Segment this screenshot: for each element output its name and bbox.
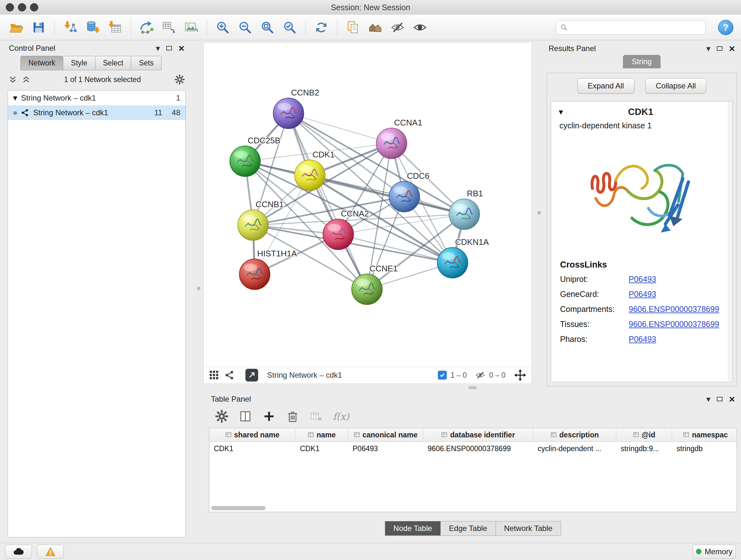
network-node-CDC6[interactable] — [389, 181, 420, 212]
float-panel-icon[interactable] — [717, 46, 723, 51]
tab-style[interactable]: Style — [63, 56, 95, 70]
column-header-name[interactable]: name — [295, 428, 348, 442]
control-panel-tabs: Network Style Select Sets — [20, 56, 189, 70]
refresh-button[interactable] — [313, 18, 330, 37]
import-table-button[interactable] — [106, 18, 124, 37]
crosslink-link[interactable]: 9606.ENSP00000378699 — [629, 320, 719, 329]
column-header-namespac[interactable]: namespac — [672, 428, 737, 442]
network-edge[interactable] — [310, 175, 464, 214]
zoom-out-button[interactable] — [237, 18, 254, 37]
crosslink-label: Uniprot: — [560, 274, 629, 284]
save-session-button[interactable] — [30, 18, 47, 37]
zoom-in-button[interactable] — [214, 18, 231, 37]
network-node-CDK1[interactable] — [294, 160, 325, 191]
column-header-canonical-name[interactable]: canonical name — [348, 428, 423, 442]
add-column-icon[interactable] — [262, 409, 276, 423]
collapse-all-button[interactable]: Collapse All — [645, 78, 706, 94]
network-from-table-button[interactable] — [160, 18, 178, 37]
memory-button[interactable]: Memory — [692, 545, 736, 559]
node-table: shared namenamecanonical namedatabase id… — [209, 428, 737, 512]
results-scrollbar[interactable] — [728, 102, 732, 381]
float-panel-icon[interactable] — [717, 397, 723, 401]
cloud-status-button[interactable] — [5, 545, 32, 559]
crosslink-label: GeneCard: — [560, 290, 629, 299]
first-neighbors-button[interactable] — [367, 18, 384, 37]
network-collection-row[interactable]: ▼ String Network – cdk1 1 — [8, 91, 185, 105]
column-header-@id[interactable]: @id — [616, 428, 672, 442]
close-panel-icon[interactable]: × — [179, 43, 185, 53]
float-panel-icon[interactable] — [166, 46, 172, 51]
open-session-button[interactable] — [8, 18, 25, 37]
table-cell: stringdb — [672, 442, 737, 455]
network-edge[interactable] — [288, 113, 392, 143]
crosslink-link[interactable]: P06493 — [629, 334, 656, 344]
share-view-icon[interactable] — [225, 370, 235, 380]
window-zoom-button[interactable] — [30, 3, 38, 11]
export-image-button[interactable] — [183, 18, 200, 37]
window-close-button[interactable] — [6, 3, 14, 11]
horizontal-splitter-handle[interactable] — [468, 386, 477, 389]
zoom-selected-button[interactable] — [281, 18, 298, 37]
column-header-description[interactable]: description — [533, 428, 616, 442]
network-canvas[interactable]: CCNB2CCNA1CDC25BCDK1CDC6RB1CCNB1CCNA2CDK… — [204, 43, 532, 367]
clone-network-button[interactable] — [344, 18, 361, 37]
table-horizontal-scrollbar[interactable] — [211, 506, 266, 510]
import-network-database-button[interactable] — [84, 18, 101, 37]
search-input[interactable] — [570, 23, 702, 32]
window-minimize-button[interactable] — [18, 3, 26, 11]
vertical-splitter-handle[interactable] — [537, 211, 541, 214]
network-node-CCNB1[interactable] — [238, 210, 268, 240]
import-network-icon — [63, 20, 77, 35]
network-node-CCNE1[interactable] — [352, 274, 382, 305]
expand-all-icon[interactable] — [22, 75, 30, 84]
crosslink-link[interactable]: 9606.ENSP00000378699 — [629, 305, 719, 314]
hide-selected-button[interactable] — [389, 18, 406, 37]
table-settings-gear-icon[interactable] — [215, 409, 229, 423]
column-header-database-identifier[interactable]: database identifier — [423, 428, 533, 442]
tab-network[interactable]: Network — [20, 56, 63, 70]
network-node-HIST1H1A[interactable] — [239, 259, 270, 290]
import-network-file-button[interactable] — [62, 18, 79, 37]
grid-view-icon[interactable] — [209, 370, 219, 381]
column-header-shared-name[interactable]: shared name — [209, 428, 295, 442]
tab-network-table[interactable]: Network Table — [496, 521, 561, 536]
tab-string-results[interactable]: String — [623, 55, 661, 68]
section-collapse-icon[interactable]: ▼ — [559, 109, 563, 115]
table-row[interactable]: CDK1CDK1P064939606.ENSP00000378699cyclin… — [209, 442, 737, 455]
panel-menu-icon[interactable]: ▾ — [156, 44, 160, 52]
close-panel-icon[interactable]: × — [729, 394, 735, 404]
expand-all-button[interactable]: Expand All — [577, 78, 634, 94]
vertical-splitter-handle[interactable] — [197, 287, 200, 290]
tree-expand-icon[interactable]: ▼ — [13, 95, 17, 101]
network-row[interactable]: ● String Network – cdk1 11 48 — [8, 105, 185, 120]
tab-select[interactable]: Select — [95, 56, 131, 70]
network-node-RB1[interactable] — [449, 199, 480, 230]
birdseye-view-button[interactable] — [246, 369, 258, 381]
show-columns-icon[interactable] — [239, 409, 253, 423]
zoom-fit-button[interactable] — [259, 18, 276, 37]
crosslink-link[interactable]: P06493 — [629, 290, 656, 299]
tab-sets[interactable]: Sets — [131, 56, 161, 70]
selected-checkbox-icon[interactable] — [438, 371, 447, 380]
network-node-CCNA2[interactable] — [323, 219, 354, 250]
gear-icon[interactable] — [174, 74, 185, 85]
warnings-button[interactable] — [37, 545, 64, 559]
panel-menu-icon[interactable]: ▾ — [706, 44, 711, 53]
network-node-CCNA1[interactable] — [376, 128, 407, 159]
show-all-button[interactable] — [411, 18, 428, 37]
panel-menu-icon[interactable]: ▾ — [706, 395, 711, 403]
network-node-CDKN1A[interactable] — [437, 247, 468, 278]
node-label-CCNA1: CCNA1 — [394, 118, 422, 127]
help-button[interactable]: ? — [718, 20, 733, 35]
network-node-CDC25B[interactable] — [230, 146, 260, 177]
collapse-all-icon[interactable] — [8, 75, 17, 84]
close-panel-icon[interactable]: × — [729, 44, 735, 54]
crosslink-row: Uniprot:P06493 — [551, 272, 732, 287]
tab-edge-table[interactable]: Edge Table — [441, 521, 496, 536]
crosslink-link[interactable]: P06493 — [629, 274, 656, 284]
tab-node-table[interactable]: Node Table — [385, 521, 441, 536]
delete-column-trash-icon[interactable] — [286, 409, 300, 423]
new-network-button[interactable] — [138, 18, 155, 37]
network-node-CCNB2[interactable] — [273, 98, 304, 129]
pan-crosshair-icon[interactable] — [514, 369, 527, 381]
